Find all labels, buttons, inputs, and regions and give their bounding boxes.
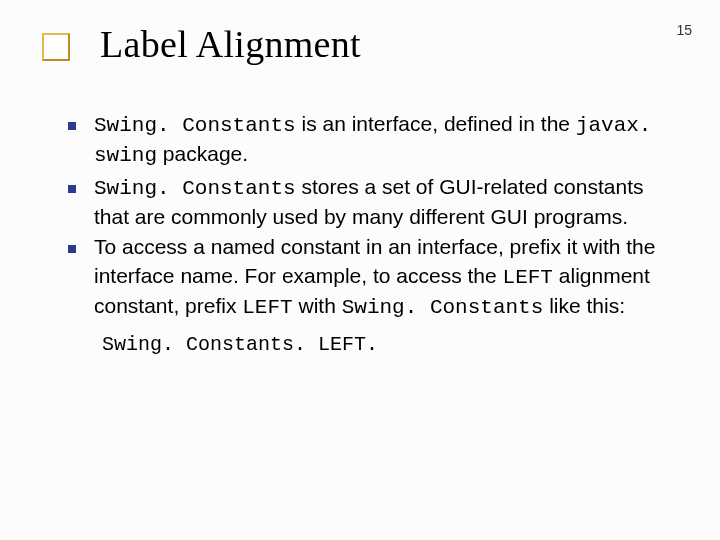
- trailer-line: Swing. Constants. LEFT.: [102, 332, 660, 356]
- text-span: with: [293, 294, 342, 317]
- list-item: To access a named constant in an interfa…: [68, 233, 660, 322]
- title-row: Label Alignment: [42, 22, 361, 66]
- text-span: package.: [157, 142, 248, 165]
- list-item: Swing. Constants stores a set of GUI-rel…: [68, 173, 660, 232]
- code-span: LEFT: [503, 266, 553, 289]
- list-item-text: To access a named constant in an interfa…: [94, 233, 660, 322]
- list-item-text: Swing. Constants is an interface, define…: [94, 110, 660, 171]
- text-span: like this:: [543, 294, 625, 317]
- title-decor-box-icon: [42, 33, 70, 61]
- content-area: Swing. Constants is an interface, define…: [68, 110, 660, 356]
- code-span: Swing. Constants: [94, 114, 296, 137]
- text-span: is an interface, defined in the: [296, 112, 576, 135]
- code-span: Swing. Constants: [342, 296, 544, 319]
- list-item-text: Swing. Constants stores a set of GUI-rel…: [94, 173, 660, 232]
- list-item: Swing. Constants is an interface, define…: [68, 110, 660, 171]
- bullet-icon: [68, 185, 76, 193]
- code-span: Swing. Constants: [94, 177, 296, 200]
- trailer-code: Swing. Constants. LEFT.: [102, 333, 378, 356]
- code-span: LEFT: [242, 296, 292, 319]
- slide-title: Label Alignment: [100, 22, 361, 66]
- bullet-icon: [68, 122, 76, 130]
- bullet-icon: [68, 245, 76, 253]
- page-number: 15: [676, 22, 692, 38]
- slide: 15 Label Alignment Swing. Constants is a…: [0, 0, 720, 540]
